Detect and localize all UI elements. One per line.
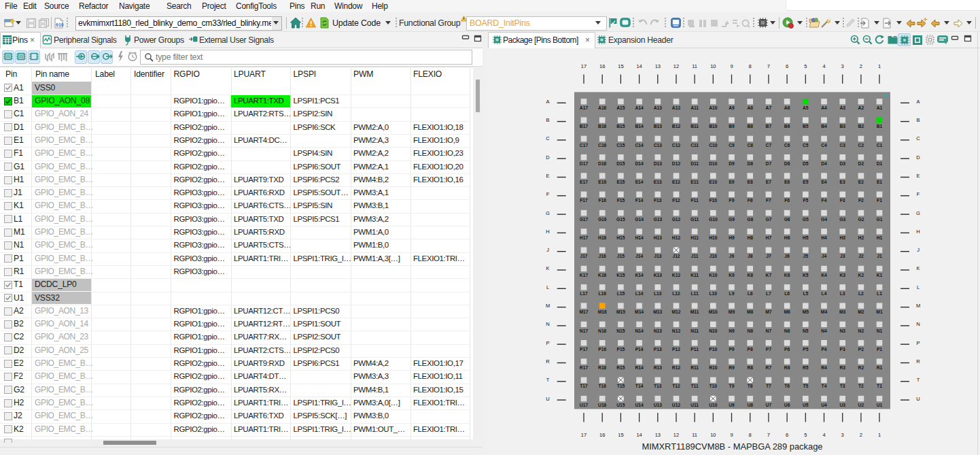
- svg-text:F6: F6: [784, 198, 790, 203]
- svg-text:H: H: [916, 229, 920, 235]
- svg-text:A1: A1: [877, 105, 883, 110]
- svg-text:A: A: [916, 99, 920, 105]
- svg-text:M6: M6: [784, 309, 790, 314]
- svg-text:K2: K2: [858, 273, 864, 277]
- svg-text:M8: M8: [747, 309, 754, 314]
- svg-text:B: B: [916, 117, 920, 123]
- svg-text:R1: R1: [877, 365, 883, 370]
- svg-text:N8: N8: [747, 328, 753, 333]
- svg-text:U5: U5: [803, 403, 809, 407]
- svg-text:G16: G16: [598, 217, 607, 222]
- svg-text:16: 16: [599, 432, 605, 438]
- svg-text:U: U: [916, 396, 920, 402]
- svg-text:D4: D4: [821, 161, 827, 166]
- svg-text:H4: H4: [821, 235, 827, 240]
- svg-text:J16: J16: [599, 254, 606, 258]
- svg-text:D14: D14: [635, 161, 644, 166]
- svg-text:F14: F14: [635, 198, 644, 203]
- svg-text:F15: F15: [617, 198, 625, 203]
- svg-text:15: 15: [618, 63, 623, 69]
- svg-text:C15: C15: [616, 143, 625, 148]
- svg-text:U8: U8: [747, 403, 753, 407]
- svg-text:E14: E14: [635, 180, 644, 184]
- svg-text:T2: T2: [858, 384, 864, 388]
- svg-text:K14: K14: [635, 273, 644, 277]
- svg-text:K: K: [916, 265, 920, 271]
- svg-text:4: 4: [822, 432, 825, 438]
- svg-text:A3: A3: [839, 105, 845, 110]
- svg-text:U12: U12: [672, 403, 681, 407]
- svg-text:15: 15: [618, 432, 623, 438]
- svg-text:D12: D12: [672, 161, 681, 166]
- svg-text:E17: E17: [580, 180, 588, 184]
- svg-text:C13: C13: [654, 143, 663, 148]
- svg-text:T: T: [917, 377, 920, 383]
- svg-text:E16: E16: [598, 180, 606, 184]
- svg-text:11: 11: [692, 63, 697, 69]
- svg-text:L13: L13: [654, 291, 662, 296]
- svg-text:K6: K6: [784, 273, 790, 277]
- svg-text:P3: P3: [840, 347, 845, 352]
- svg-text:N11: N11: [690, 328, 699, 333]
- svg-text:H: H: [546, 229, 549, 235]
- svg-text:H2: H2: [858, 235, 864, 240]
- svg-text:8: 8: [749, 63, 752, 69]
- svg-text:MIMXRT1189CVM8B - MAPBGA 289 p: MIMXRT1189CVM8B - MAPBGA 289 package: [642, 441, 822, 452]
- svg-text:B12: B12: [672, 124, 681, 129]
- svg-text:R: R: [916, 358, 920, 365]
- svg-text:J15: J15: [617, 254, 625, 258]
- svg-text:6: 6: [786, 432, 788, 438]
- svg-text:M5: M5: [803, 309, 809, 314]
- svg-text:C14: C14: [635, 143, 644, 148]
- svg-text:T16: T16: [598, 384, 606, 388]
- svg-text:B1: B1: [877, 124, 883, 129]
- svg-text:U: U: [546, 396, 549, 402]
- svg-text:B2: B2: [858, 124, 864, 129]
- svg-text:E6: E6: [784, 180, 790, 184]
- svg-text:16: 16: [599, 63, 605, 69]
- svg-text:P: P: [916, 340, 920, 346]
- svg-text:N16: N16: [598, 328, 607, 333]
- svg-text:D1: D1: [877, 161, 883, 166]
- svg-text:R8: R8: [747, 365, 753, 370]
- svg-text:J11: J11: [691, 254, 699, 258]
- svg-text:D9: D9: [729, 161, 735, 166]
- svg-text:N15: N15: [616, 328, 625, 333]
- svg-text:N4: N4: [821, 328, 827, 333]
- svg-text:C: C: [546, 135, 550, 141]
- svg-text:R14: R14: [635, 365, 644, 370]
- svg-text:T1: T1: [877, 384, 882, 388]
- svg-text:F3: F3: [840, 198, 845, 203]
- svg-text:14: 14: [636, 432, 642, 438]
- svg-text:N3: N3: [839, 328, 845, 333]
- svg-text:U15: U15: [616, 403, 625, 407]
- svg-text:B8: B8: [747, 124, 753, 129]
- svg-text:K15: K15: [616, 273, 625, 277]
- svg-text:J6: J6: [784, 254, 790, 258]
- svg-text:G11: G11: [690, 217, 699, 222]
- svg-text:K10: K10: [709, 273, 718, 277]
- svg-text:P14: P14: [635, 347, 644, 352]
- svg-text:B16: B16: [598, 124, 607, 129]
- svg-text:6: 6: [786, 63, 788, 69]
- svg-text:M2: M2: [858, 309, 864, 314]
- svg-text:J10: J10: [710, 254, 717, 258]
- svg-text:N17: N17: [580, 328, 589, 333]
- svg-text:A10: A10: [709, 105, 718, 110]
- svg-text:17: 17: [581, 63, 587, 69]
- svg-text:C11: C11: [690, 143, 699, 148]
- svg-text:G: G: [546, 210, 550, 216]
- svg-text:010: 010: [56, 23, 64, 28]
- svg-text:K16: K16: [598, 273, 607, 277]
- svg-text:E7: E7: [766, 180, 771, 184]
- svg-text:C12: C12: [672, 143, 681, 148]
- svg-text:3: 3: [841, 432, 844, 438]
- svg-text:B13: B13: [654, 124, 663, 129]
- svg-text:F9: F9: [729, 198, 735, 203]
- svg-text:D: D: [546, 154, 550, 161]
- svg-text:D13: D13: [654, 161, 663, 166]
- svg-text:F5: F5: [803, 198, 808, 203]
- svg-text:L17: L17: [580, 291, 588, 296]
- svg-text:M1: M1: [876, 309, 883, 314]
- svg-text:M: M: [546, 303, 550, 309]
